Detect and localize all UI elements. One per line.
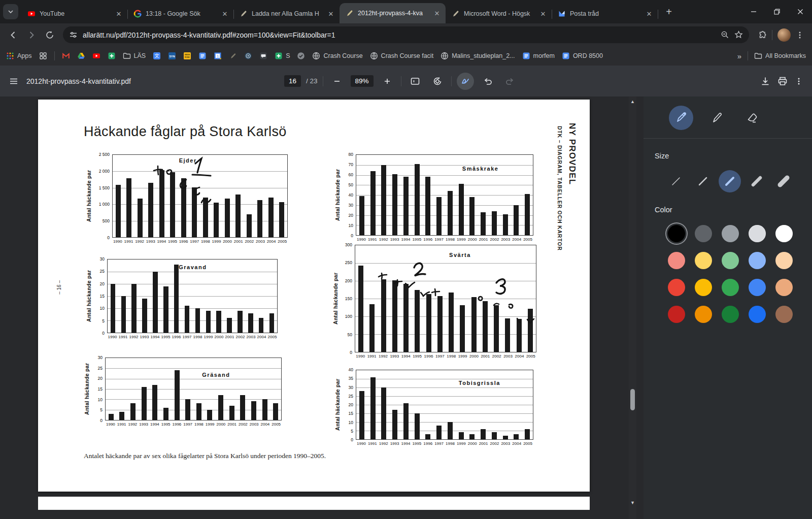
stroke-size-option-1[interactable] (665, 170, 687, 192)
close-window-button[interactable] (789, 0, 812, 23)
color-swatch-fcd3a8[interactable] (775, 252, 793, 269)
scroll-up-arrow[interactable]: ▲ (629, 98, 636, 105)
bookmark-item-check-circle[interactable] (297, 52, 305, 60)
scroll-down-arrow[interactable]: ▼ (629, 499, 636, 506)
bookmark-item-memrise[interactable]: MEMRISE (183, 52, 191, 60)
color-swatch-ef8f00[interactable] (695, 306, 712, 323)
color-swatch-eba97c[interactable] (775, 279, 793, 296)
pdf-more-menu-icon[interactable] (795, 77, 803, 85)
x-axis-ticks: 1990199119921993199419951996199719981999… (112, 238, 288, 246)
extensions-icon[interactable] (757, 30, 767, 40)
annotate-button[interactable] (457, 73, 474, 90)
tab-close-button[interactable]: ✕ (538, 9, 548, 18)
color-swatch-9a6b52[interactable] (775, 306, 793, 323)
browser-tab-3[interactable]: Ladda ner Alla Gamla H✕ (233, 4, 340, 23)
color-swatch-fdd663[interactable] (695, 252, 712, 269)
color-swatch-8ab4f8[interactable] (749, 252, 766, 269)
bookmark-item-chat[interactable] (259, 52, 267, 60)
reload-button[interactable] (42, 27, 58, 43)
browser-tab-1[interactable]: YouTube✕ (21, 4, 127, 23)
bookmark-item-pen-dim[interactable] (229, 52, 237, 60)
bar-1999 (460, 305, 465, 352)
color-swatch-fbbc04[interactable] (695, 279, 712, 296)
forward-button[interactable] (23, 27, 40, 43)
undo-button[interactable] (479, 73, 496, 90)
highlighter-tool-button[interactable] (704, 106, 729, 130)
color-swatch-000000[interactable] (668, 225, 685, 242)
bookmark-item-drive[interactable] (77, 52, 85, 60)
bookmark-item-dashboard-grid[interactable] (39, 52, 47, 60)
color-swatch-34a853[interactable] (722, 279, 739, 296)
pdf-menu-icon[interactable] (9, 77, 18, 86)
bookmark-item-crash-course[interactable]: Crash Course (312, 52, 362, 60)
bookmark-item-docs-blue[interactable] (198, 52, 207, 60)
site-info-icon[interactable] (69, 30, 78, 39)
bookmark-item-crash-course-facit[interactable]: Crash Course facit (370, 52, 434, 60)
download-icon[interactable] (760, 76, 770, 86)
page-number-input[interactable]: 16 (284, 75, 301, 87)
profile-avatar[interactable] (777, 28, 791, 42)
bookmark-item-s[interactable]: S (275, 52, 290, 60)
rotate-button[interactable] (429, 73, 446, 90)
browser-tab-5[interactable]: Microsoft Word - Högsk✕ (446, 4, 552, 23)
zoom-out-button[interactable] (328, 73, 346, 90)
color-swatch-ffffff[interactable] (775, 225, 793, 242)
browser-tab-4[interactable]: 2012ht-provpass-4-kva✕ (340, 3, 446, 23)
bookmark-item-ord-8500[interactable]: ORD 8500 (562, 52, 603, 60)
bookmark-item-youtube[interactable] (92, 52, 100, 60)
minimize-button[interactable] (742, 0, 765, 23)
tab-close-button[interactable]: ✕ (114, 9, 123, 18)
bookmark-item-morfem[interactable]: morfem (522, 52, 555, 60)
stroke-size-option-4[interactable] (746, 170, 768, 192)
back-button[interactable] (5, 27, 21, 43)
browser-tab-6[interactable]: Posta tråd✕ (552, 4, 658, 23)
color-swatch-c5221f[interactable] (668, 306, 685, 323)
all-bookmarks-button[interactable]: All Bookmarks (754, 52, 806, 60)
tab-search-button[interactable] (3, 4, 18, 19)
restore-button[interactable] (765, 0, 789, 23)
eraser-tool-button[interactable] (740, 106, 764, 130)
tab-close-button[interactable]: ✕ (645, 9, 654, 18)
color-swatch-81c995[interactable] (722, 252, 739, 269)
bookmark-item-translate[interactable]: 文 (153, 52, 161, 60)
zoom-level[interactable]: 89% (351, 75, 374, 87)
color-swatch-188038[interactable] (722, 306, 739, 323)
bookmark-star-icon[interactable] (734, 30, 743, 39)
color-swatch-ea4335[interactable] (668, 279, 685, 296)
bookmark-item-syn-app[interactable]: SYN (168, 52, 176, 60)
bookmark-item-l-s[interactable]: LÄS (123, 52, 146, 60)
color-swatch-f28b82[interactable] (668, 252, 685, 269)
bookmark-item-calendar[interactable]: 1 (214, 52, 222, 60)
color-swatch-4285f4[interactable] (749, 279, 766, 296)
zoom-in-button[interactable] (379, 73, 396, 90)
url-text[interactable]: allarätt.nu/pdf/2012ht-provpass-4-kvanti… (83, 31, 716, 39)
tab-close-button[interactable]: ✕ (326, 9, 335, 18)
color-swatch-5f6368[interactable] (695, 225, 712, 242)
bookmark-item-sheets-plus[interactable] (108, 52, 116, 60)
bookmark-item-apps[interactable]: Apps (6, 52, 32, 60)
color-swatch-dadce0[interactable] (749, 225, 766, 242)
bookmarks-overflow-button[interactable]: » (737, 52, 741, 60)
browser-menu-icon[interactable] (796, 31, 804, 39)
pdf-scrollbar[interactable]: ▲ ▼ (629, 96, 636, 519)
stroke-size-option-5[interactable] (772, 170, 795, 192)
print-icon[interactable] (777, 76, 788, 86)
scrollbar-thumb[interactable] (630, 389, 635, 410)
tab-close-button[interactable]: ✕ (432, 9, 442, 18)
new-tab-button[interactable]: + (662, 5, 676, 19)
color-swatch-9aa0a6[interactable] (722, 225, 739, 242)
zoom-indicator-icon[interactable] (721, 30, 729, 39)
stroke-size-option-3[interactable] (719, 170, 741, 192)
bookmark-item-malins-studieplan-2-[interactable]: Malins_studieplan_2... (441, 52, 515, 60)
pen-tool-button[interactable] (669, 106, 693, 130)
gmail-icon (62, 52, 70, 60)
stroke-size-option-2[interactable] (692, 170, 714, 192)
redo-button[interactable] (501, 73, 519, 90)
bookmark-item-gmail[interactable] (62, 52, 70, 60)
color-swatch-1b6ef3[interactable] (749, 306, 766, 323)
fit-page-button[interactable] (407, 73, 424, 90)
address-bar[interactable]: allarätt.nu/pdf/2012ht-provpass-4-kvanti… (63, 26, 749, 43)
bookmark-item-badge[interactable] (244, 52, 252, 60)
browser-tab-2[interactable]: 13:18 - Google Sök✕ (127, 4, 233, 23)
tab-close-button[interactable]: ✕ (220, 9, 229, 18)
